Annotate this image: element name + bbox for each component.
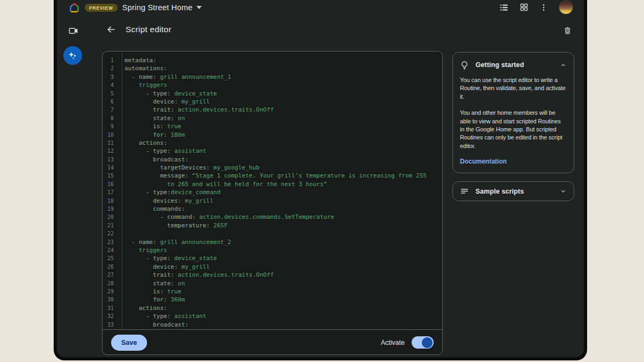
code-line: 7trait: action.devices.traits.OnOff [103, 106, 442, 114]
documentation-link[interactable]: Documentation [460, 158, 507, 165]
google-home-logo-icon [69, 2, 80, 13]
code-line: 6device: my_grill [103, 98, 442, 106]
code-line: 13broadcast: [103, 156, 442, 164]
line-number: 23 [103, 238, 119, 246]
home-selector[interactable]: Spring Street Home [122, 3, 202, 12]
code-area[interactable]: 1metadata:2automations:3- name: grill an… [103, 51, 442, 329]
code-line: 20- command: action.devices.commands.Set… [103, 213, 442, 221]
code-text: is: true [119, 122, 442, 130]
line-number: 25 [103, 254, 119, 262]
right-panel: Getting started You can use the script e… [452, 52, 574, 201]
save-button[interactable]: Save [111, 335, 147, 351]
script-editor-panel: 1metadata:2automations:3- name: grill an… [102, 51, 443, 355]
line-number: 14 [103, 164, 119, 172]
page: PREVIEW Spring Street Home [0, 0, 644, 362]
code-text: message: “Stage 1 complete. Your grill’s… [119, 172, 442, 180]
user-avatar[interactable] [559, 0, 573, 14]
code-line: 4triggers [103, 81, 442, 89]
code-line: 33broadcast: [103, 321, 442, 329]
line-number: 17 [103, 188, 119, 196]
code-text: state: on [119, 114, 442, 122]
collapse-chevron-up-icon[interactable] [560, 62, 567, 69]
line-number: 7 [103, 106, 119, 114]
code-line: 8state: on [103, 114, 442, 122]
code-line: 12- type: assistant [103, 147, 442, 155]
line-number: 24 [103, 246, 119, 254]
expand-chevron-down-icon[interactable] [560, 188, 567, 195]
line-number: 15 [103, 172, 119, 180]
code-line: 23- name: grill announcement_2 [103, 238, 442, 246]
line-number: 10 [103, 131, 119, 139]
code-text: triggers [119, 246, 442, 254]
code-line: 30for: 360m [103, 295, 442, 304]
code-line: 9is: true [103, 122, 442, 130]
code-line: 27trait: action.devices.traits.OnOff [103, 271, 442, 279]
code-text: state: on [119, 279, 442, 287]
code-text: - type:device_command [119, 188, 442, 196]
code-line: 3- name: grill announcement_1 [103, 73, 442, 81]
more-options-icon[interactable] [539, 3, 548, 12]
assistant-sparkle-button[interactable] [63, 46, 82, 65]
code-text: - command: action.devices.commands.SetTe… [119, 213, 442, 221]
delete-script-icon[interactable] [563, 26, 572, 35]
line-number: 28 [103, 279, 119, 287]
line-number: 13 [103, 156, 119, 164]
code-line: 29is: true [103, 287, 442, 295]
line-number: 8 [103, 114, 119, 122]
code-line: 26device: my_grill [103, 263, 442, 271]
topbar-right [499, 0, 573, 14]
camera-icon[interactable] [68, 26, 78, 36]
code-text: broadcast: [119, 321, 442, 329]
code-text: for: 180m [119, 131, 442, 139]
code-text: for: 360m [119, 295, 442, 304]
code-line: 32- type: assistant [103, 312, 442, 320]
code-line: 17- type:device_command [103, 188, 442, 196]
code-text: actions: [119, 304, 442, 312]
line-number: 3 [103, 73, 119, 81]
line-number: 31 [103, 304, 119, 312]
code-line: 11actions: [103, 139, 442, 147]
code-text: temperature: 265F [119, 221, 442, 230]
line-number: 29 [103, 287, 119, 295]
activate-toggle[interactable] [412, 336, 434, 349]
preview-badge: PREVIEW [85, 4, 118, 12]
back-button[interactable] [106, 25, 116, 34]
sample-scripts-title: Sample scripts [475, 188, 553, 195]
code-text: broadcast: [119, 156, 442, 164]
chevron-down-icon [196, 6, 202, 9]
code-lines: 1metadata:2automations:3- name: grill an… [103, 56, 442, 329]
activity-list-icon[interactable] [499, 3, 509, 12]
code-line: 2automations: [103, 64, 442, 72]
topbar-left: PREVIEW Spring Street Home [69, 1, 202, 14]
apps-grid-icon[interactable] [519, 3, 529, 12]
page-title: Script editor [126, 25, 171, 34]
code-text: - type: device_state [119, 254, 442, 262]
code-line: 25- type: device_state [103, 254, 442, 262]
line-number: 16 [103, 180, 119, 188]
code-line: 15message: “Stage 1 complete. Your grill… [103, 172, 442, 180]
line-number: 22 [103, 230, 119, 238]
code-text: - type: assistant [119, 147, 442, 155]
code-line: 24triggers [103, 246, 442, 254]
code-line: 22 [103, 230, 442, 238]
code-text: targetDevices: my_google_hub [119, 164, 442, 172]
code-text: - name: grill announcement_2 [119, 238, 442, 246]
code-text: devices: my_grill [119, 197, 442, 205]
code-line: 14targetDevices: my_google_hub [103, 164, 442, 172]
line-number: 2 [103, 64, 119, 72]
code-line: 19commands: [103, 205, 442, 213]
line-number: 19 [103, 205, 119, 213]
code-line: 5- type: device_state [103, 90, 442, 98]
getting-started-paragraph: You can use the script editor to write a… [460, 76, 567, 101]
activate-label: Activate [381, 339, 405, 346]
line-number: 1 [103, 56, 119, 64]
code-line: 16to 265 and will be held for the next 3… [103, 180, 442, 188]
line-number: 12 [103, 147, 119, 155]
code-text: - type: device_state [119, 90, 442, 98]
line-number: 9 [103, 122, 119, 130]
line-number: 5 [103, 90, 119, 98]
code-text [119, 230, 442, 238]
code-text: metadata: [119, 56, 442, 64]
sample-scripts-card[interactable]: Sample scripts [452, 181, 574, 201]
code-text: trait: action.devices.traits.OnOff [119, 271, 442, 279]
